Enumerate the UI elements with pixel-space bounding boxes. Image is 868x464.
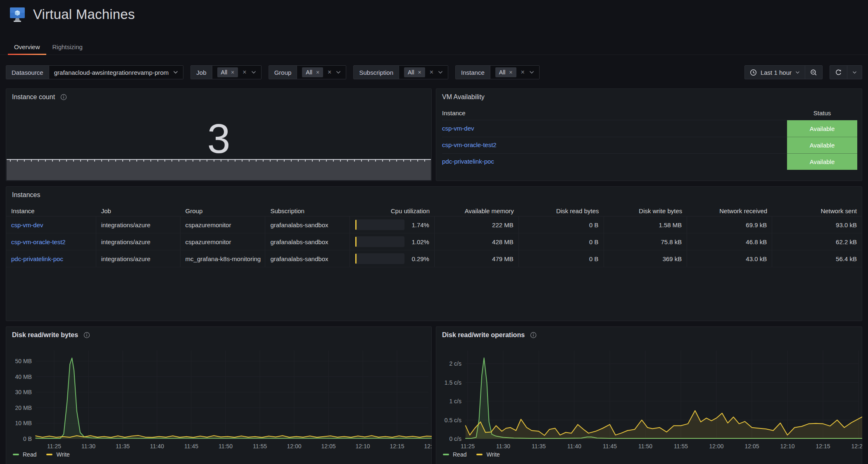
chevron-down-icon[interactable] (336, 71, 341, 74)
column-header-instance[interactable]: Instance (6, 206, 96, 216)
svg-text:10 MB: 10 MB (15, 420, 32, 426)
azure-vm-icon (9, 6, 26, 23)
clear-icon[interactable]: × (521, 69, 525, 76)
chevron-down-icon (852, 71, 857, 74)
svg-text:11:35: 11:35 (116, 443, 130, 450)
cpu-value: 1.02% (404, 238, 429, 245)
cell-job: integrations/azure (96, 250, 181, 267)
panel-instances: Instances InstanceJobGroupSubscriptionCp… (6, 186, 862, 321)
panel-title[interactable]: Disk read/write operations (442, 331, 525, 339)
variable-group-pill[interactable]: All × (302, 67, 323, 77)
cpu-gauge-bar (355, 237, 357, 247)
column-header-memory[interactable]: Available memory (435, 206, 519, 216)
remove-value-icon[interactable]: × (509, 69, 512, 75)
time-range-picker[interactable]: Last 1 hour (745, 66, 805, 79)
variable-group-value[interactable]: All × × (297, 66, 346, 79)
cell-net_sent: 93.0 kB (772, 217, 862, 233)
info-icon[interactable] (530, 332, 537, 338)
column-header-cpu[interactable]: Cpu utilization (350, 206, 435, 216)
table-row: csp-vm-oracle-test2integrations/azurecsp… (6, 233, 862, 250)
chevron-down-icon[interactable] (438, 71, 443, 74)
instance-link[interactable]: csp-vm-dev (11, 221, 43, 228)
variable-subscription-pill[interactable]: All × (404, 67, 425, 77)
column-header-net_recv[interactable]: Network received (687, 206, 772, 216)
tab-rightsizing-label: Rightsizing (52, 43, 83, 50)
toolbar-right: Last 1 hour (744, 65, 862, 79)
stat-sparkline (7, 160, 431, 180)
svg-text:12:00: 12:00 (287, 443, 301, 450)
tab-rightsizing[interactable]: Rightsizing (46, 39, 89, 55)
svg-text:11:45: 11:45 (184, 443, 198, 450)
cpu-gauge-bar (355, 254, 357, 264)
instances-table-header: InstanceJobGroupSubscriptionCpu utilizat… (6, 206, 862, 216)
cell-group: cspazuremonitor (181, 217, 266, 233)
column-header-status[interactable]: Status (787, 109, 857, 117)
instance-link[interactable]: pdc-privatelink-poc (11, 255, 63, 262)
column-header-subscription[interactable]: Subscription (265, 206, 350, 216)
column-header-group[interactable]: Group (181, 206, 266, 216)
remove-value-icon[interactable]: × (418, 69, 421, 75)
column-header-disk_read[interactable]: Disk read bytes (519, 206, 604, 216)
remove-value-icon[interactable]: × (231, 69, 234, 75)
clear-icon[interactable]: × (430, 69, 433, 76)
vm-status-column: AvailableAvailableAvailable (787, 120, 857, 170)
table-row: pdc-privatelink-pocintegrations/azuremc_… (6, 250, 862, 267)
cell-memory: 479 MB (435, 250, 519, 267)
svg-text:2 c/s: 2 c/s (449, 360, 461, 367)
variable-subscription-value[interactable]: All × × (399, 66, 448, 79)
column-header-net_sent[interactable]: Network sent (772, 206, 862, 216)
legend-label: Write (486, 451, 499, 458)
svg-text:11:35: 11:35 (532, 443, 546, 450)
variable-job-value[interactable]: All × × (212, 66, 261, 79)
legend-item-read[interactable]: Read (443, 451, 466, 458)
instance-link[interactable]: pdc-privatelink-poc (442, 158, 494, 165)
legend-item-write[interactable]: Write (46, 451, 69, 458)
legend-label: Write (56, 451, 69, 458)
variable-job-selected: All (221, 69, 228, 76)
clear-icon[interactable]: × (328, 69, 331, 76)
legend-label: Read (453, 451, 466, 458)
tab-overview[interactable]: Overview (8, 39, 46, 55)
panel-title[interactable]: VM Availability (442, 93, 485, 101)
instance-link[interactable]: csp-vm-oracle-test2 (442, 141, 497, 148)
chevron-down-icon[interactable] (173, 71, 178, 74)
svg-text:11:40: 11:40 (567, 443, 581, 450)
column-header-instance[interactable]: Instance (442, 109, 466, 117)
refresh-controls (830, 65, 862, 79)
variable-instance-selected: All (499, 69, 506, 76)
instance-link[interactable]: csp-vm-oracle-test2 (11, 238, 66, 245)
info-icon[interactable] (60, 94, 67, 100)
panel-title[interactable]: Instances (12, 191, 40, 199)
cpu-gauge (355, 236, 404, 247)
svg-text:12:20: 12:20 (851, 443, 862, 450)
cell-job: integrations/azure (96, 217, 181, 233)
cell-disk_write: 1.58 MB (604, 217, 687, 233)
variable-instance-value[interactable]: All × × (490, 66, 539, 79)
svg-text:11:50: 11:50 (219, 443, 233, 450)
instance-link[interactable]: csp-vm-dev (442, 125, 474, 132)
chevron-down-icon[interactable] (251, 71, 256, 74)
legend-item-write[interactable]: Write (476, 451, 499, 458)
column-header-disk_write[interactable]: Disk write bytes (604, 206, 687, 216)
legend-item-read[interactable]: Read (13, 451, 36, 458)
column-header-job[interactable]: Job (96, 206, 181, 216)
variable-group: Group All × × (269, 65, 347, 79)
panel-disk-operations: Disk read/write operations 0 c/s0.5 c/s1… (436, 326, 862, 464)
variable-instance-label: Instance (456, 66, 490, 79)
remove-value-icon[interactable]: × (316, 69, 319, 75)
cell-subscription: grafanalabs-sandbox (265, 217, 350, 233)
svg-text:1 c/s: 1 c/s (449, 398, 461, 405)
variable-job: Job All × × (190, 65, 261, 79)
zoom-out-button[interactable] (805, 66, 822, 79)
clear-icon[interactable]: × (243, 69, 246, 76)
panel-title[interactable]: Instance count (12, 93, 55, 101)
chevron-down-icon[interactable] (529, 71, 534, 74)
refresh-interval-dropdown[interactable] (847, 66, 862, 79)
panel-title[interactable]: Disk read/write bytes (12, 331, 78, 339)
cell-instance: csp-vm-dev (6, 217, 96, 233)
datasource-value[interactable]: grafanacloud-awsintegrationrevamp-prom (49, 66, 183, 79)
variable-job-pill[interactable]: All × (217, 67, 238, 77)
info-icon[interactable] (83, 332, 90, 338)
variable-instance-pill[interactable]: All × (495, 67, 516, 77)
refresh-button[interactable] (830, 66, 847, 79)
